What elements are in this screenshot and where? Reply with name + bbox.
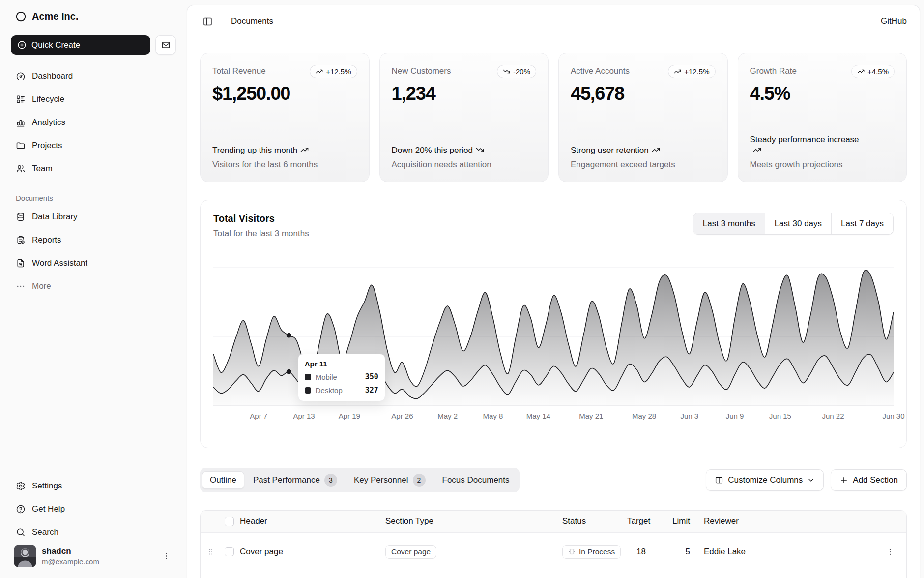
- drag-handle[interactable]: [201, 533, 220, 571]
- row-reviewer[interactable]: Eddie Lake: [697, 547, 874, 557]
- trending-down-icon: [476, 146, 484, 154]
- stat-card-total-revenue: Total Revenue +12.5% $1,250.00 Trending …: [200, 53, 370, 182]
- user-more-button[interactable]: [159, 549, 173, 563]
- sections-table: Header Section Type Status Target Limit …: [200, 510, 907, 578]
- folder-icon: [16, 141, 26, 151]
- x-tick: Apr 19: [339, 412, 360, 420]
- tooltip-series-value: 327: [365, 386, 378, 395]
- sidebar-toggle-button[interactable]: [200, 14, 215, 29]
- github-link[interactable]: GitHub: [881, 16, 907, 26]
- documents-group-label: Documents: [11, 194, 176, 202]
- user-menu[interactable]: shadcn m@example.com: [11, 542, 176, 567]
- chevron-down-icon: [807, 476, 815, 484]
- tab-past-performance[interactable]: Past Performance 3: [245, 470, 345, 490]
- sidebar-item-search[interactable]: Search: [11, 522, 176, 542]
- customize-columns-button[interactable]: Customize Columns: [706, 469, 824, 491]
- stat-footer-title: Strong user retention: [571, 145, 684, 156]
- sidebar-item-team[interactable]: Team: [11, 159, 176, 178]
- sidebar-item-data-library[interactable]: Data Library: [11, 207, 176, 226]
- tab-key-personnel[interactable]: Key Personnel 2: [346, 470, 433, 490]
- trending-up-icon: [300, 146, 309, 154]
- col-section-type: Section Type: [383, 517, 560, 526]
- row-target[interactable]: 18: [625, 547, 653, 557]
- x-axis-ticks: Apr 7Apr 13Apr 19Apr 26May 2May 8May 14M…: [213, 412, 894, 426]
- stat-footer-sub: Acquisition needs attention: [392, 160, 537, 170]
- stat-footer-sub: Engagement exceed targets: [571, 160, 716, 170]
- sidebar-item-label: Team: [32, 164, 53, 174]
- stat-value: $1,250.00: [212, 83, 357, 104]
- x-tick: Jun 3: [680, 412, 698, 420]
- quick-create-row: Quick Create: [11, 35, 176, 55]
- sidebar-item-get-help[interactable]: Get Help: [11, 499, 176, 518]
- chart-title: Total Visitors: [213, 213, 309, 224]
- range-last-3-months[interactable]: Last 3 months: [693, 213, 765, 234]
- col-header: Header: [238, 517, 383, 526]
- chart-subtitle: Total for the last 3 months: [213, 229, 309, 239]
- main-panel: Documents GitHub Total Revenue +12.5% $1…: [187, 5, 920, 578]
- tab-outline[interactable]: Outline: [202, 471, 244, 489]
- trending-up-icon: [652, 146, 660, 154]
- tab-focus-documents[interactable]: Focus Documents: [434, 471, 518, 489]
- trending-up-icon: [316, 68, 323, 75]
- sidebar-item-dashboard[interactable]: Dashboard: [11, 66, 176, 86]
- x-tick: May 8: [483, 412, 503, 420]
- row-checkbox[interactable]: [225, 547, 234, 556]
- user-meta: shadcn m@example.com: [42, 547, 99, 566]
- stat-title: Growth Rate: [750, 65, 797, 76]
- topbar: Documents GitHub: [187, 5, 920, 37]
- sidebar-item-reports[interactable]: Reports: [11, 230, 176, 249]
- database-icon: [16, 212, 26, 222]
- sidebar-item-label: Get Help: [32, 504, 65, 514]
- sidebar-item-label: Analytics: [32, 118, 65, 127]
- stat-footer-title: Trending up this month: [212, 145, 325, 156]
- select-all-checkbox[interactable]: [225, 517, 234, 526]
- stat-footer-title: Down 20% this period: [392, 145, 505, 156]
- mail-icon: [161, 40, 171, 50]
- sidebar-item-label: Dashboard: [32, 71, 73, 81]
- desktop-swatch: [305, 387, 311, 394]
- row-limit[interactable]: 5: [653, 547, 697, 557]
- x-tick: Jun 30: [882, 412, 904, 420]
- row-actions-button[interactable]: [883, 545, 897, 559]
- trending-up-icon: [753, 146, 761, 154]
- toolbar-actions: Customize Columns Add Section: [706, 469, 907, 491]
- circle-plus-icon: [17, 40, 27, 50]
- sidebar-item-label: Reports: [32, 235, 61, 245]
- list-details-icon: [16, 94, 26, 104]
- x-tick: Jun 15: [769, 412, 791, 420]
- stat-card-growth-rate: Growth Rate +4.5% 4.5% Steady performanc…: [738, 53, 907, 182]
- brand[interactable]: Acme Inc.: [11, 11, 176, 22]
- sidebar-item-word-assistant[interactable]: Word Assistant: [11, 253, 176, 273]
- sidebar-item-settings[interactable]: Settings: [11, 476, 176, 495]
- sidebar-item-analytics[interactable]: Analytics: [11, 113, 176, 132]
- user-name: shadcn: [42, 547, 99, 556]
- stat-title: New Customers: [392, 65, 451, 76]
- view-tabs: Outline Past Performance 3 Key Personnel…: [200, 468, 520, 492]
- x-tick: Jun 22: [822, 412, 844, 420]
- range-last-30-days[interactable]: Last 30 days: [765, 213, 831, 234]
- sidebar-item-projects[interactable]: Projects: [11, 136, 176, 155]
- gauge-icon: [16, 71, 26, 81]
- stat-value: 4.5%: [750, 83, 895, 104]
- trend-badge: +12.5%: [310, 65, 357, 78]
- panel-left-icon: [202, 16, 213, 27]
- report-icon: [16, 235, 26, 245]
- quick-create-button[interactable]: Quick Create: [11, 35, 150, 55]
- add-section-button[interactable]: Add Section: [831, 469, 907, 491]
- x-tick: Apr 26: [391, 412, 413, 420]
- inbox-button[interactable]: [155, 35, 176, 55]
- sidebar-item-label: Data Library: [32, 212, 78, 222]
- drag-handle[interactable]: [201, 571, 220, 578]
- stat-title: Total Revenue: [212, 65, 266, 76]
- trend-value: -20%: [513, 67, 530, 76]
- table-toolbar: Outline Past Performance 3 Key Personnel…: [200, 468, 907, 492]
- range-last-7-days[interactable]: Last 7 days: [831, 213, 893, 234]
- tab-count-badge: 3: [324, 474, 337, 487]
- sidebar-item-more[interactable]: More: [11, 276, 176, 296]
- gear-icon: [16, 481, 26, 491]
- trend-badge: +4.5%: [851, 65, 895, 78]
- sidebar-item-lifecycle[interactable]: Lifecycle: [11, 90, 176, 109]
- trend-badge: +12.5%: [668, 65, 715, 78]
- area-chart[interactable]: Apr 11 Mobile 350 Desktop 327: [213, 267, 894, 406]
- row-name[interactable]: Cover page: [238, 547, 383, 557]
